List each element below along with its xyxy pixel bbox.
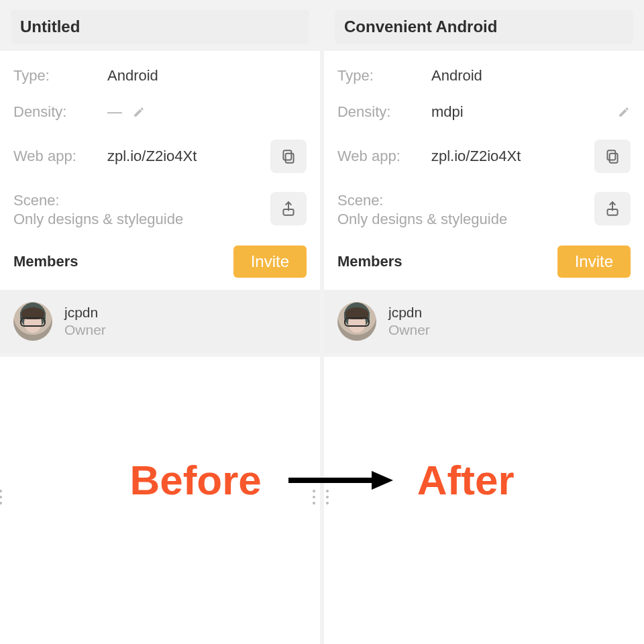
empty-area (0, 357, 320, 644)
webapp-row: Web app: zpl.io/Z2io4Xt (337, 130, 631, 182)
copy-link-button[interactable] (594, 140, 631, 173)
member-role: Owner (388, 322, 430, 338)
invite-button[interactable]: Invite (233, 246, 307, 278)
invite-button[interactable]: Invite (557, 246, 631, 278)
project-details-card: Type: Android Density: mdpi Web app: zpl… (324, 51, 644, 290)
share-scene-button[interactable] (270, 192, 307, 225)
member-row[interactable]: jcpdn Owner (324, 290, 644, 353)
svg-rect-4 (607, 150, 615, 160)
type-label: Type: (337, 67, 426, 85)
member-role: Owner (64, 322, 106, 338)
share-scene-button[interactable] (594, 192, 631, 225)
type-row: Type: Android (13, 58, 307, 94)
resize-handle-icon[interactable] (0, 490, 3, 504)
svg-rect-1 (283, 150, 291, 160)
webapp-label: Web app: (13, 148, 102, 165)
webapp-value: zpl.io/Z2io4Xt (431, 148, 589, 165)
density-value: — (107, 103, 123, 121)
avatar (13, 302, 52, 341)
members-heading: Members (13, 253, 233, 270)
density-row: Density: — (13, 94, 307, 130)
panel-before: Untitled Type: Android Density: — Web ap… (0, 0, 320, 644)
webapp-label: Web app: (337, 148, 426, 165)
scene-label: Scene: (13, 192, 265, 209)
project-title[interactable]: Convenient Android (335, 9, 633, 44)
member-name: jcpdn (64, 305, 106, 321)
type-value: Android (107, 67, 307, 85)
empty-area (324, 357, 644, 644)
webapp-value: zpl.io/Z2io4Xt (107, 148, 265, 165)
member-name: jcpdn (388, 305, 430, 321)
scene-value: Only designs & styleguide (13, 211, 265, 228)
copy-link-button[interactable] (270, 140, 307, 173)
svg-rect-0 (286, 154, 294, 163)
scene-label: Scene: (337, 192, 589, 209)
members-header: Members Invite (337, 232, 631, 278)
members-header: Members Invite (13, 232, 307, 278)
density-label: Density: (337, 103, 426, 121)
edit-density-icon[interactable] (132, 105, 146, 119)
type-label: Type: (13, 67, 102, 85)
scene-row: Scene: Only designs & styleguide (337, 182, 631, 232)
project-details-card: Type: Android Density: — Web app: zpl.io… (0, 51, 320, 290)
density-label: Density: (13, 103, 102, 121)
density-row: Density: mdpi (337, 94, 631, 130)
type-value: Android (431, 67, 631, 85)
scene-value: Only designs & styleguide (337, 211, 589, 228)
density-value: mdpi (431, 103, 608, 121)
members-heading: Members (337, 253, 557, 270)
resize-handle-icon[interactable] (326, 490, 330, 504)
webapp-row: Web app: zpl.io/Z2io4Xt (13, 130, 307, 182)
resize-handle-icon[interactable] (313, 490, 317, 504)
svg-rect-3 (610, 154, 618, 163)
edit-density-icon[interactable] (617, 105, 631, 119)
member-row[interactable]: jcpdn Owner (0, 290, 320, 353)
scene-row: Scene: Only designs & styleguide (13, 182, 307, 232)
panel-after: Convenient Android Type: Android Density… (324, 0, 644, 644)
type-row: Type: Android (337, 58, 631, 94)
avatar (337, 302, 376, 341)
project-title[interactable]: Untitled (11, 9, 309, 44)
